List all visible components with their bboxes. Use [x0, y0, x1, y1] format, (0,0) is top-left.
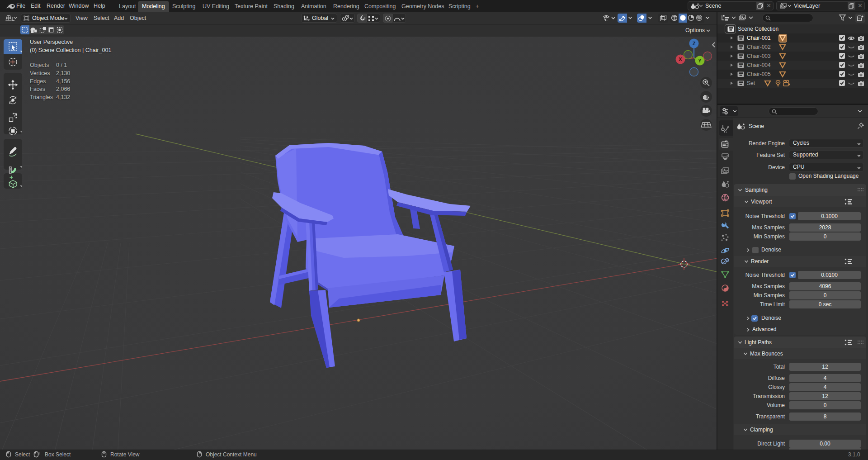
svg-text:Y: Y — [698, 58, 702, 63]
svg-text:Z: Z — [693, 41, 696, 46]
svg-text:X: X — [679, 57, 682, 62]
